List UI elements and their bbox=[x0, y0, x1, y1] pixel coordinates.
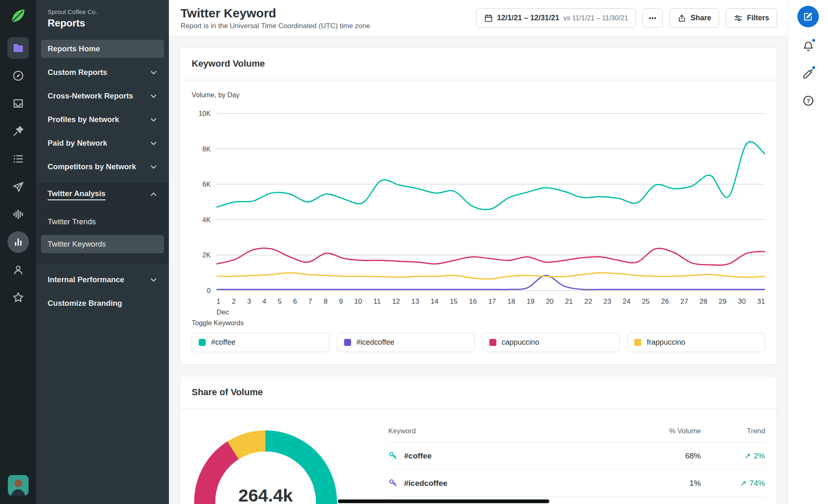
compose-button[interactable] bbox=[797, 6, 819, 27]
sidebar-item-label: Internal Performance bbox=[48, 275, 124, 284]
notification-dot bbox=[811, 38, 816, 43]
sidebar-item-twitter-analysis[interactable]: Twitter Analysis bbox=[41, 185, 164, 204]
keyword-toggle-icedcoffee[interactable]: #icedcoffee bbox=[337, 333, 475, 352]
chevron-up-icon bbox=[150, 191, 157, 198]
tasks-icon[interactable] bbox=[7, 148, 29, 170]
org-name: Sprout Coffee Co. bbox=[48, 8, 157, 15]
y-axis-labels: 10K8K6K4K2K0 bbox=[192, 111, 211, 293]
folders-icon[interactable] bbox=[7, 37, 29, 59]
whats-new-button[interactable] bbox=[799, 64, 818, 83]
sidebar-item-label: Twitter Trends bbox=[48, 217, 96, 226]
x-axis-labels: 1234567891011121314151617181920212223242… bbox=[217, 298, 765, 306]
key-icon bbox=[388, 451, 398, 461]
sidebar-item-label: Twitter Analysis bbox=[48, 189, 106, 200]
share-button[interactable]: Share bbox=[669, 8, 719, 28]
help-button[interactable]: ? bbox=[799, 91, 818, 110]
listening-icon[interactable] bbox=[7, 204, 29, 225]
svg-text:?: ? bbox=[806, 97, 810, 104]
filters-button[interactable]: Filters bbox=[726, 8, 777, 28]
compose-icon bbox=[803, 11, 814, 22]
pin-icon[interactable] bbox=[7, 120, 29, 142]
star-icon[interactable] bbox=[7, 287, 29, 308]
trend-up-icon: ↗ bbox=[740, 478, 746, 488]
color-swatch bbox=[489, 339, 496, 346]
sidebar-item-profiles-by-network[interactable]: Profiles by Network bbox=[41, 110, 164, 129]
share-donut-chart: 264.4k Total Volume bbox=[192, 419, 388, 504]
keyword-toggle-label: frappuccino bbox=[647, 338, 685, 347]
keyword-name: #coffee bbox=[404, 451, 432, 461]
sidebar-item-label: Customize Branding bbox=[48, 299, 122, 308]
share-of-volume-card: Share of Volume 264.4k Total Volume bbox=[180, 376, 777, 504]
notification-dot bbox=[811, 65, 816, 70]
date-compare-label: vs 11/1/21 – 11/30/21 bbox=[563, 14, 628, 22]
ellipsis-icon: ••• bbox=[649, 14, 657, 22]
sidebar-item-customize-branding[interactable]: Customize Branding bbox=[41, 294, 164, 312]
col-keyword: Keyword bbox=[388, 427, 606, 435]
reports-icon[interactable] bbox=[7, 231, 29, 253]
chevron-down-icon bbox=[150, 276, 157, 283]
notifications-button[interactable] bbox=[799, 36, 818, 55]
home-indicator bbox=[338, 499, 549, 503]
col-volume: % Volume bbox=[606, 427, 701, 435]
keyword-volume-card: Keyword Volume Volume, by Day 10K8K6K4K2… bbox=[180, 47, 777, 365]
main-content: Twitter Keyword Report is in the Univers… bbox=[169, 0, 788, 504]
trend-up-icon: ↗ bbox=[744, 451, 751, 461]
keyword-share-table: Keyword % Volume Trend #coffee 68% ↗ bbox=[388, 423, 765, 504]
keyword-toggle-cappuccino[interactable]: cappuccino bbox=[482, 333, 620, 352]
x-axis: 1234567891011121314151617181920212223242… bbox=[217, 298, 765, 317]
x-axis-month-label: Dec bbox=[217, 308, 229, 317]
page-title: Twitter Keyword bbox=[181, 6, 370, 20]
card-title: Keyword Volume bbox=[192, 58, 765, 69]
sidebar-item-label: Cross-Network Reports bbox=[48, 91, 133, 101]
keyword-toggle-coffee[interactable]: #coffee bbox=[192, 333, 330, 352]
sidebar-item-label: Twitter Keywords bbox=[48, 240, 106, 249]
people-icon[interactable] bbox=[7, 259, 29, 281]
share-icon bbox=[677, 14, 686, 23]
calendar-icon bbox=[484, 14, 493, 23]
chart-axis-label: Volume, by Day bbox=[192, 91, 765, 99]
volume-percent: 1% bbox=[606, 479, 701, 488]
date-range-label: 12/1/21 – 12/31/21 bbox=[497, 14, 559, 22]
total-volume-value: 264.4k bbox=[238, 485, 293, 504]
line-chart-canvas bbox=[217, 111, 765, 293]
help-icon: ? bbox=[802, 95, 814, 107]
sidebar-item-reports-home[interactable]: Reports Home bbox=[41, 40, 164, 58]
keyword-toggle-label: #coffee bbox=[211, 338, 236, 347]
date-range-button[interactable]: 12/1/21 – 12/31/21 vs 11/1/21 – 11/30/21 bbox=[476, 8, 636, 28]
sidebar-item-label: Paid by Network bbox=[48, 139, 107, 148]
trend-value: 74% bbox=[749, 479, 765, 488]
sidebar-item-label: Reports Home bbox=[48, 44, 100, 53]
sidebar-item-competitors-by-network[interactable]: Competitors by Network bbox=[41, 158, 164, 176]
filters-label: Filters bbox=[747, 14, 769, 22]
sidebar-item-cross-network-reports[interactable]: Cross-Network Reports bbox=[41, 87, 164, 105]
primary-nav-rail bbox=[0, 0, 36, 504]
twitter-analysis-section: Twitter Analysis Twitter Trends Twitter … bbox=[36, 183, 169, 264]
publishing-icon[interactable] bbox=[7, 176, 29, 197]
sidebar-item-custom-reports[interactable]: Custom Reports bbox=[41, 63, 164, 82]
chevron-down-icon bbox=[150, 139, 157, 147]
more-actions-button[interactable]: ••• bbox=[643, 8, 663, 28]
sidebar-item-twitter-keywords[interactable]: Twitter Keywords bbox=[41, 235, 164, 253]
sidebar-item-label: Custom Reports bbox=[48, 68, 107, 77]
keyword-name: #icedcoffee bbox=[404, 479, 448, 488]
chevron-down-icon bbox=[150, 163, 157, 170]
color-swatch bbox=[199, 339, 206, 346]
sidebar-item-label: Profiles by Network bbox=[48, 115, 119, 124]
sidebar-item-internal-performance[interactable]: Internal Performance bbox=[41, 271, 164, 289]
user-avatar[interactable] bbox=[8, 475, 29, 496]
inbox-icon[interactable] bbox=[7, 93, 29, 114]
keyword-toggle-label: cappuccino bbox=[502, 338, 539, 347]
volume-line-chart: 1234567891011121314151617181920212223242… bbox=[217, 111, 765, 317]
sprout-logo-icon[interactable] bbox=[9, 7, 27, 25]
dashboard-icon[interactable] bbox=[7, 65, 29, 86]
chevron-down-icon bbox=[150, 69, 157, 76]
sidebar-item-paid-by-network[interactable]: Paid by Network bbox=[41, 134, 164, 152]
sidebar-item-twitter-trends[interactable]: Twitter Trends bbox=[41, 213, 164, 231]
chevron-down-icon bbox=[150, 92, 157, 100]
table-row: #icedcoffee 1% ↗ 74% bbox=[388, 470, 765, 497]
chevron-down-icon bbox=[150, 116, 157, 123]
col-trend: Trend bbox=[701, 427, 765, 435]
keyword-toggle-frappuccino[interactable]: frappuccino bbox=[627, 333, 765, 352]
app-window: Sprout Coffee Co. Reports Reports Home C… bbox=[0, 0, 828, 504]
key-icon bbox=[388, 478, 398, 488]
